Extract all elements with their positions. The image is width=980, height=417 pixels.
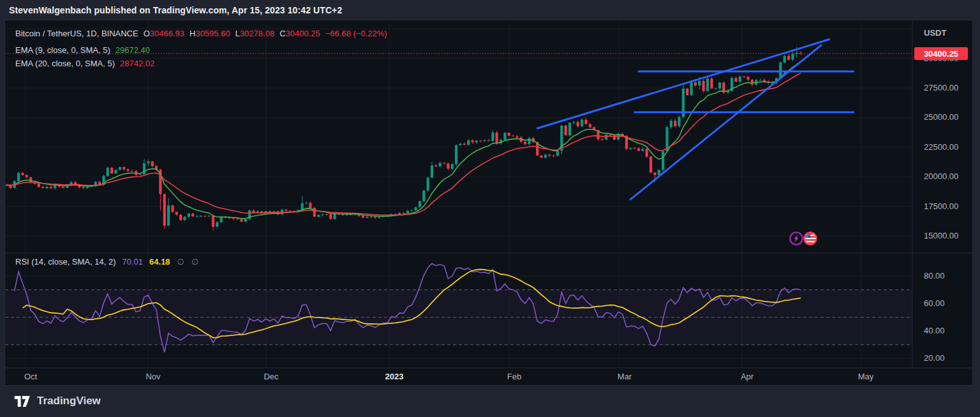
time-axis-label-may: May — [858, 372, 874, 381]
ema9-value: 29672.40 — [115, 45, 150, 55]
time-axis-label-dec: Dec — [264, 372, 278, 381]
axis-tick-label: 60.00 — [924, 298, 945, 309]
change-value: −66.68 (−0.22%) — [325, 29, 387, 38]
axis-tick-label: 80.00 — [924, 271, 945, 281]
ema20-value: 28742.02 — [120, 59, 154, 68]
time-axis-label-mar: Mar — [618, 372, 632, 381]
rsi-label: RSI (14, close, SMA, 14, 2) — [15, 257, 116, 267]
power-event-icon[interactable] — [790, 232, 802, 244]
tradingview-logo-icon — [14, 396, 31, 407]
tradingview-brand-text: TradingView — [37, 395, 101, 407]
rsi-legend[interactable]: RSI (14, close, SMA, 14, 2) 70.01 64.18 … — [15, 257, 198, 267]
ema9-label: EMA (9, close, 0, SMA, 5) — [15, 45, 110, 55]
axis-tick-label: 27500.00 — [924, 83, 958, 93]
ohlc-c: C30400.25 — [279, 29, 320, 38]
footer-brand[interactable]: TradingView — [14, 390, 101, 413]
generated-chart-layers — [5, 21, 912, 367]
ohlc-h: H30595.60 — [189, 29, 230, 38]
axis-tick-label: 15000.00 — [924, 231, 958, 241]
tradingview-published-chart: StevenWalgenbach published on TradingVie… — [0, 0, 980, 417]
rsi-sma-value: 64.18 — [149, 257, 170, 267]
ema20-label: EMA (20, close, 0, SMA, 5) — [15, 59, 115, 68]
rsi-empty-set-1: ∅ — [177, 257, 184, 267]
symbol-legend[interactable]: Bitcoin / TetherUS, 1D, BINANCE O30466.9… — [15, 29, 387, 38]
time-axis-label-nov: Nov — [145, 372, 160, 381]
price-axis-currency: USDT — [924, 28, 946, 38]
chart-widget: Bitcoin / TetherUS, 1D, BINANCE O30466.9… — [5, 20, 972, 385]
axis-tick-label: 17500.00 — [924, 201, 958, 212]
axis-tick-label: 20000.00 — [924, 172, 958, 182]
axis-tick-label: 25000.00 — [924, 112, 958, 122]
last-price-badge: 30400.25 — [914, 47, 968, 60]
us-flag-event-icon[interactable] — [804, 232, 816, 244]
rsi-value: 70.01 — [122, 257, 144, 267]
symbol-name: Bitcoin / TetherUS, 1D, BINANCE — [15, 29, 138, 38]
ema20-legend[interactable]: EMA (20, close, 0, SMA, 5) 28742.02 — [15, 59, 154, 68]
publisher-text: StevenWalgenbach published on TradingVie… — [9, 5, 342, 15]
time-axis-label-feb: Feb — [507, 372, 521, 381]
ohlc-values: O30466.93H30595.60L30278.08C30400.25 — [138, 29, 320, 38]
chart-canvas[interactable] — [5, 20, 972, 385]
time-axis-label-oct: Oct — [24, 372, 37, 381]
time-axis-label-2023: 2023 — [385, 372, 404, 381]
ohlc-l: L30278.08 — [235, 29, 274, 38]
ohlc-o: O30466.93 — [144, 29, 184, 38]
economic-event-icons[interactable] — [790, 232, 816, 244]
axis-tick-label: 20.00 — [924, 353, 945, 363]
ema9-legend[interactable]: EMA (9, close, 0, SMA, 5) 29672.40 — [15, 45, 150, 55]
publisher-bar: StevenWalgenbach published on TradingVie… — [0, 0, 980, 20]
rsi-empty-set-2: ∅ — [191, 257, 198, 267]
axis-tick-label: 40.00 — [924, 326, 945, 336]
time-axis-label-apr: Apr — [741, 372, 754, 381]
axis-tick-label: 22500.00 — [924, 142, 958, 152]
